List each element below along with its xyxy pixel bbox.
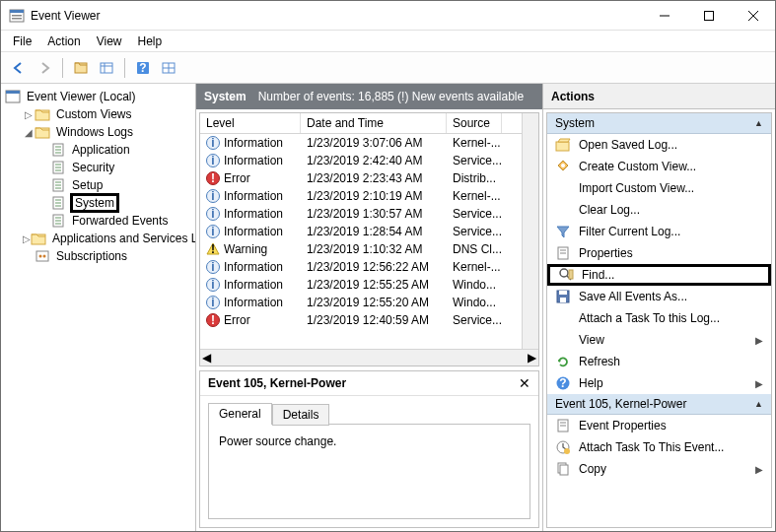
refresh-icon [555, 354, 571, 369]
action-label: Event Properties [579, 419, 763, 432]
event-row[interactable]: iInformation1/23/2019 1:30:57 AMService.… [200, 205, 522, 223]
maximize-button[interactable] [686, 1, 731, 31]
svg-rect-2 [12, 15, 22, 17]
action-label: Attach a Task To this Log... [579, 311, 763, 325]
action-attach-task-to-this-event[interactable]: Attach Task To This Event... [547, 436, 771, 458]
action-refresh[interactable]: Refresh [547, 351, 771, 372]
collapse-icon[interactable]: ▲ [754, 118, 763, 128]
tree-item-application[interactable]: Application [3, 141, 193, 159]
action-import-custom-view[interactable]: Import Custom View... [547, 177, 771, 199]
event-row[interactable]: iInformation1/23/2019 12:55:20 AMWindo..… [200, 294, 522, 311]
tree-item-security[interactable]: Security [3, 159, 193, 176]
event-row[interactable]: iInformation1/23/2019 2:42:40 AMService.… [200, 152, 522, 169]
tree-item-windows-logs[interactable]: ◢Windows Logs [3, 123, 193, 141]
minimize-button[interactable] [642, 1, 686, 31]
event-row[interactable]: iInformation1/23/2019 2:10:19 AMKernel-.… [200, 187, 522, 205]
view-columns-button[interactable] [95, 56, 118, 80]
actions-section-header[interactable]: System▲ [547, 113, 771, 134]
tree-item-applications-and-services-lo[interactable]: ▷Applications and Services Lo [3, 230, 193, 247]
svg-point-43 [39, 255, 42, 258]
forward-button[interactable] [33, 56, 56, 80]
event-row[interactable]: !Warning1/23/2019 1:10:32 AMDNS Cl... [200, 240, 522, 258]
action-create-custom-view[interactable]: Create Custom View... [547, 156, 771, 177]
tree-item-forwarded-events[interactable]: Forwarded Events [3, 212, 193, 230]
event-row[interactable]: iInformation1/23/2019 12:56:22 AMKernel-… [200, 258, 522, 276]
tab-general[interactable]: General [208, 403, 272, 425]
vertical-scrollbar[interactable] [522, 113, 538, 349]
app-icon [9, 8, 25, 24]
event-rows[interactable]: iInformation1/23/2019 3:07:06 AMKernel-.… [200, 134, 522, 349]
event-row[interactable]: iInformation1/23/2019 3:07:06 AMKernel-.… [200, 134, 522, 152]
menu-help[interactable]: Help [130, 33, 171, 50]
tree-item-custom-views[interactable]: ▷Custom Views [3, 105, 193, 123]
event-row[interactable]: !Error1/23/2019 2:23:43 AMDistrib... [200, 169, 522, 187]
action-properties[interactable]: Properties [547, 242, 771, 264]
blank-icon [555, 310, 571, 326]
action-clear-log[interactable]: Clear Log... [547, 199, 771, 221]
event-row[interactable]: iInformation1/23/2019 12:55:25 AMWindo..… [200, 276, 522, 294]
column-level[interactable]: Level [200, 113, 301, 133]
action-label: Attach Task To This Event... [579, 440, 763, 454]
tree-item-system[interactable]: System [3, 194, 193, 212]
column-source[interactable]: Source [447, 113, 502, 133]
tree-expander[interactable]: ▷ [23, 109, 35, 120]
detail-header: Event 105, Kernel-Power ✕ [200, 371, 538, 396]
view-layout-button[interactable] [157, 56, 180, 80]
event-row[interactable]: !Error1/23/2019 12:40:59 AMService... [200, 311, 522, 329]
level-text: Information [224, 189, 283, 203]
detail-tabs: General Details [200, 396, 538, 424]
help-icon: ? [555, 375, 571, 391]
close-button[interactable] [731, 1, 775, 31]
level-text: Error [224, 313, 250, 327]
tree-label: Windows Logs [54, 125, 135, 139]
action-view[interactable]: View▶ [547, 329, 771, 351]
action-copy[interactable]: Copy▶ [547, 458, 771, 480]
scroll-right-icon[interactable]: ▶ [528, 351, 536, 365]
close-detail-button[interactable]: ✕ [519, 375, 530, 391]
scroll-left-icon[interactable]: ◀ [202, 351, 211, 365]
menu-file[interactable]: File [5, 33, 39, 50]
action-help[interactable]: ?Help▶ [547, 372, 771, 394]
tree-pane: Event Viewer (Local) ▷Custom Views◢Windo… [1, 84, 196, 531]
info-icon: i [206, 278, 220, 292]
action-open-saved-log[interactable]: Open Saved Log... [547, 134, 771, 156]
show-tree-button[interactable] [69, 56, 93, 80]
action-attach-a-task-to-this-log[interactable]: Attach a Task To this Log... [547, 307, 771, 329]
svg-text:i: i [211, 260, 214, 274]
action-find[interactable]: Find... [547, 264, 771, 286]
date-text: 1/23/2019 3:07:06 AM [301, 136, 447, 150]
event-row[interactable]: iInformation1/23/2019 1:28:54 AMService.… [200, 223, 522, 240]
date-text: 1/23/2019 12:55:25 AM [301, 278, 447, 292]
menu-action[interactable]: Action [39, 33, 88, 50]
tree-expander[interactable]: ◢ [23, 127, 35, 138]
collapse-icon[interactable]: ▲ [754, 399, 763, 409]
action-label: Clear Log... [579, 203, 763, 217]
action-filter-current-log[interactable]: Filter Current Log... [547, 221, 771, 242]
tree-item-setup[interactable]: Setup [3, 176, 193, 194]
svg-point-83 [564, 448, 570, 454]
svg-rect-73 [569, 270, 573, 279]
submenu-arrow-icon: ▶ [755, 464, 763, 475]
action-save-all-events-as[interactable]: Save All Events As... [547, 286, 771, 307]
svg-rect-76 [560, 298, 566, 302]
action-event-properties[interactable]: Event Properties [547, 415, 771, 436]
actions-section-header[interactable]: Event 105, Kernel-Power▲ [547, 394, 771, 415]
date-text: 1/23/2019 2:10:19 AM [301, 189, 447, 203]
toolbar-separator [124, 58, 125, 78]
tree-expander[interactable]: ▷ [23, 233, 31, 244]
help-button[interactable]: ? [131, 56, 155, 80]
horizontal-scrollbar[interactable]: ◀ ▶ [200, 349, 538, 366]
detail-body: Power source change. [208, 424, 530, 519]
date-text: 1/23/2019 12:55:20 AM [301, 296, 447, 309]
back-button[interactable] [7, 56, 31, 80]
tree-item-subscriptions[interactable]: Subscriptions [3, 247, 193, 265]
event-list-header: Level Date and Time Source [200, 113, 522, 134]
info-icon: i [206, 225, 220, 238]
svg-rect-75 [559, 291, 567, 295]
svg-text:i: i [211, 207, 214, 221]
tab-details[interactable]: Details [272, 404, 330, 426]
tree-root[interactable]: Event Viewer (Local) [3, 88, 193, 105]
actions-title: Actions [543, 84, 775, 109]
column-date[interactable]: Date and Time [301, 113, 447, 133]
menu-view[interactable]: View [89, 33, 130, 50]
